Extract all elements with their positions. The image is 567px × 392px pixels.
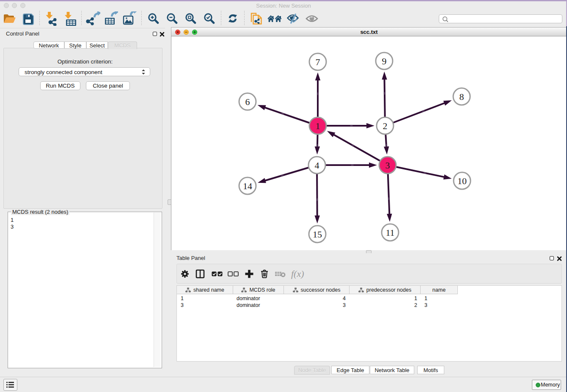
svg-text:2: 2 [383, 121, 388, 131]
svg-text:3: 3 [385, 160, 390, 171]
svg-text:14: 14 [243, 181, 252, 191]
svg-text:11: 11 [385, 227, 394, 238]
svg-text:4: 4 [315, 160, 319, 171]
svg-text:15: 15 [313, 229, 322, 240]
svg-text:8: 8 [460, 91, 464, 102]
svg-text:1: 1 [316, 121, 320, 131]
svg-text:9: 9 [382, 56, 387, 66]
svg-text:6: 6 [245, 97, 250, 107]
svg-text:10: 10 [457, 176, 467, 186]
svg-text:7: 7 [316, 57, 320, 67]
